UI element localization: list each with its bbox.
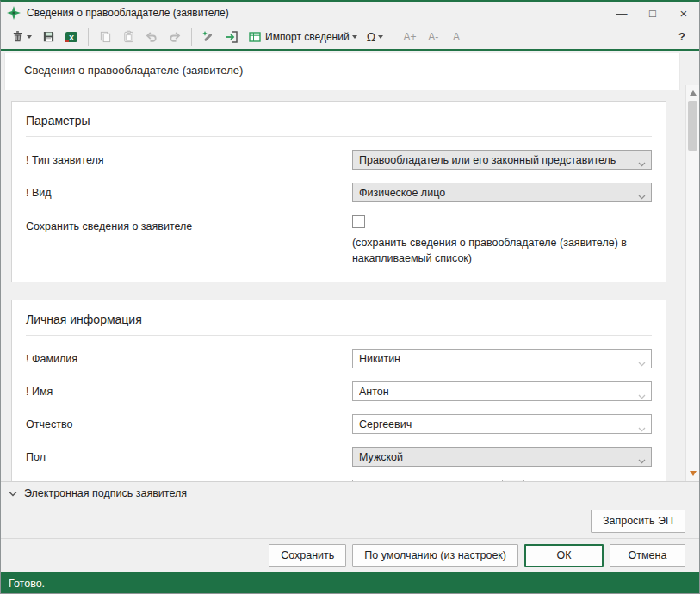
tools-icon: [201, 30, 215, 44]
page-title: Сведения о правообладателе (заявителе): [24, 64, 660, 77]
copy-button[interactable]: [95, 27, 115, 47]
middle-name-label: Отчество: [26, 418, 352, 430]
signature-panel-title: Электронная подпись заявителя: [24, 487, 187, 499]
calendar-button[interactable]: 15: [502, 480, 524, 481]
font-reset-button[interactable]: А: [446, 27, 467, 47]
gender-label: Пол: [26, 450, 352, 463]
kind-label: ! Вид: [26, 186, 352, 199]
font-reset-icon: А: [453, 31, 460, 43]
app-icon: [7, 6, 21, 20]
section-personal-info: Личная информация ! Фамилия ! Имя: [11, 300, 666, 481]
window-title: Сведения о правообладателе (заявителе): [27, 7, 229, 19]
save-icon: [42, 30, 55, 43]
copy-icon: [99, 30, 112, 43]
font-decrease-button[interactable]: А-: [423, 27, 443, 47]
symbols-button[interactable]: Ω: [363, 27, 387, 47]
applicant-type-dropdown[interactable]: Правообладатель или его законный предста…: [352, 150, 652, 170]
font-increase-button[interactable]: А+: [400, 27, 420, 47]
middle-name-input[interactable]: [353, 415, 651, 433]
redo-button[interactable]: [164, 27, 185, 47]
section-parameters-title: Параметры: [26, 114, 652, 137]
chevron-down-icon: [638, 158, 646, 170]
omega-icon: Ω: [367, 30, 375, 44]
gender-value: Мужской: [359, 451, 403, 463]
paste-button[interactable]: [118, 27, 139, 47]
undo-button[interactable]: [141, 27, 162, 47]
close-button[interactable]: ×: [668, 2, 699, 24]
save-applicant-label: Сохранить сведения о заявителе: [26, 215, 352, 232]
toolbar-separator: [191, 28, 192, 46]
scroll-down-button[interactable]: [686, 468, 699, 479]
first-name-combo: [352, 381, 652, 401]
section-parameters: Параметры ! Тип заявителя Правообладател…: [11, 101, 666, 282]
font-decrease-icon: А-: [428, 31, 438, 43]
chevron-down-icon[interactable]: [638, 389, 646, 402]
trash-icon: [11, 30, 24, 43]
delete-caret-icon: [27, 35, 32, 39]
undo-icon: [145, 30, 158, 44]
toolbar-separator: [88, 28, 89, 46]
excel-export-button[interactable]: X: [61, 27, 82, 47]
svg-text:X: X: [69, 33, 74, 41]
chevron-down-icon: [638, 455, 646, 467]
chevron-down-icon[interactable]: [638, 356, 646, 369]
last-name-input[interactable]: [353, 350, 651, 368]
titlebar: Сведения о правообладателе (заявителе) —…: [1, 2, 699, 24]
field-row-applicant-type: ! Тип заявителя Правообладатель или его …: [26, 150, 652, 170]
help-button[interactable]: ?: [672, 27, 692, 47]
chevron-down-icon: [638, 190, 646, 202]
field-row-last-name: ! Фамилия: [26, 349, 652, 368]
window-controls: — □ ×: [606, 2, 699, 24]
field-row-first-name: ! Имя: [26, 381, 652, 401]
middle-name-combo: [352, 414, 652, 434]
redo-icon: [168, 30, 182, 44]
import-data-button[interactable]: Импорт сведений: [245, 27, 361, 47]
defaults-button[interactable]: По умолчанию (из настроек): [352, 544, 518, 567]
import-data-label: Импорт сведений: [265, 31, 350, 43]
import-table-icon: [248, 30, 262, 44]
import-door-button[interactable]: [221, 27, 242, 47]
birth-date-input[interactable]: [352, 480, 503, 481]
save-applicant-checkbox[interactable]: [352, 215, 365, 228]
minimize-button[interactable]: —: [606, 2, 637, 24]
chevron-down-icon[interactable]: [638, 422, 646, 435]
gender-dropdown[interactable]: Мужской: [352, 447, 652, 467]
maximize-button[interactable]: □: [637, 2, 668, 24]
field-row-birth-date: ! Дата рождения 15: [26, 480, 652, 481]
save-applicant-note: (сохранить сведения о правообладателе (з…: [352, 235, 652, 266]
field-row-kind: ! Вид Физическое лицо: [26, 183, 652, 202]
app-window: Сведения о правообладателе (заявителе) —…: [0, 0, 700, 594]
save-button[interactable]: [38, 27, 59, 47]
field-row-save-applicant: Сохранить сведения о заявителе (сохранит…: [26, 215, 652, 266]
applicant-type-label: ! Тип заявителя: [26, 153, 352, 166]
form-scroll-area: Сведения о правообладателе (заявителе) П…: [1, 51, 699, 481]
arrow-down-icon: [690, 471, 697, 476]
kind-dropdown[interactable]: Физическое лицо: [352, 183, 652, 202]
font-increase-icon: А+: [404, 31, 417, 43]
section-personal-title: Личная информация: [26, 312, 652, 336]
scroll-up-button[interactable]: [686, 88, 699, 98]
kind-value: Физическое лицо: [359, 187, 445, 199]
signature-panel-header[interactable]: Электронная подпись заявителя: [1, 481, 699, 504]
cancel-button[interactable]: Отмена: [610, 544, 685, 567]
delete-button[interactable]: [8, 27, 35, 47]
scrollbar-thumb[interactable]: [688, 101, 697, 151]
save-form-button[interactable]: Сохранить: [269, 544, 346, 567]
last-name-label: ! Фамилия: [26, 352, 352, 365]
status-bar: Готово.: [1, 572, 699, 594]
page-title-panel: Сведения о правообладателе (заявителе): [4, 53, 680, 90]
excel-icon: X: [65, 30, 78, 44]
last-name-combo: [352, 349, 652, 368]
request-ep-button[interactable]: Запросить ЭП: [591, 510, 685, 533]
toolbar: X: [1, 24, 699, 51]
import-door-icon: [225, 30, 238, 44]
field-row-gender: Пол Мужской: [26, 447, 652, 467]
first-name-input[interactable]: [353, 382, 651, 400]
symbols-caret-icon: [378, 35, 383, 39]
tools-button[interactable]: [198, 27, 219, 47]
footer-buttons: Сохранить По умолчанию (из настроек) ОК …: [1, 538, 699, 572]
toolbar-separator: [393, 28, 393, 46]
vertical-scrollbar[interactable]: [685, 85, 699, 481]
ok-button[interactable]: ОК: [524, 544, 604, 567]
first-name-label: ! Имя: [26, 385, 352, 398]
